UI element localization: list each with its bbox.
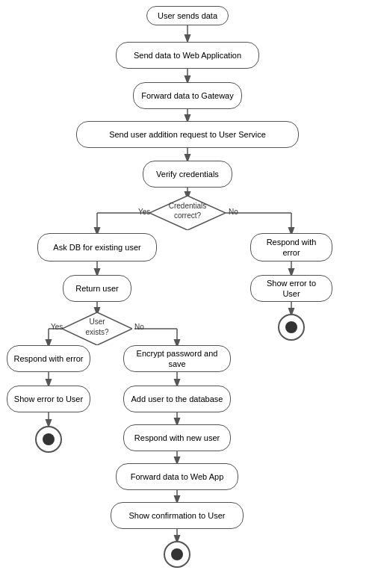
respond-error-right: Respond with error <box>250 233 332 261</box>
ask-db: Ask DB for existing user <box>37 233 157 261</box>
end-node-bottom <box>164 541 190 568</box>
forward-web-app: Forward data to Web App <box>116 463 238 490</box>
forward-gateway: Forward data to Gateway <box>133 82 242 109</box>
svg-text:Credentials: Credentials <box>169 202 207 210</box>
send-data-web: Send data to Web Application <box>116 42 259 69</box>
no-label-credentials: No <box>229 208 238 216</box>
svg-text:User: User <box>89 318 105 326</box>
yes-label-user-exists: Yes <box>51 323 63 331</box>
user-sends-data: User sends data <box>146 6 229 25</box>
show-error-left: Show error to User <box>7 386 90 412</box>
yes-label-credentials: Yes <box>138 208 150 216</box>
verify-credentials: Verify credentials <box>143 161 232 188</box>
respond-new-user: Respond with new user <box>123 424 231 451</box>
add-user-db: Add user to the database <box>123 386 231 412</box>
respond-error-left: Respond with error <box>7 345 90 372</box>
return-user: Return user <box>63 275 131 302</box>
svg-text:exists?: exists? <box>85 328 109 336</box>
flowchart-diagram: User sends data Send data to Web Applica… <box>0 0 375 588</box>
no-label-user-exists: No <box>134 323 144 331</box>
encrypt-password: Encrypt password and save <box>123 345 231 372</box>
credentials-correct-diamond: Credentials correct? <box>149 196 226 230</box>
end-node-left <box>35 426 62 453</box>
end-node-right <box>278 314 305 341</box>
user-exists-diamond: User exists? <box>62 312 132 345</box>
show-confirmation: Show confirmation to User <box>111 502 244 529</box>
svg-text:correct?: correct? <box>174 211 202 220</box>
show-error-right: Show error to User <box>250 275 332 302</box>
send-user-addition: Send user addition request to User Servi… <box>76 121 299 148</box>
